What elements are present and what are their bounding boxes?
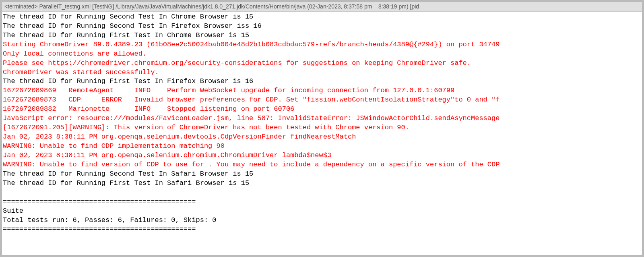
console-line: The thread ID for Running Second Test In… bbox=[3, 170, 641, 179]
console-line: Only local connections are allowed. bbox=[3, 50, 641, 59]
console-header: <terminated> ParalleIT_testng.xml [TestN… bbox=[2, 2, 642, 12]
console-line: The thread ID for Running Second Test In… bbox=[3, 22, 641, 31]
console-line: The thread ID for Running First Test In … bbox=[3, 31, 641, 40]
console-line bbox=[3, 188, 641, 197]
console-line: The thread ID for Running First Test In … bbox=[3, 77, 641, 86]
console-line: Please see https://chromedriver.chromium… bbox=[3, 59, 641, 68]
console-output[interactable]: The thread ID for Running Second Test In… bbox=[2, 12, 642, 235]
console-line: Jan 02, 2023 8:38:11 PM org.openqa.selen… bbox=[3, 133, 641, 142]
console-line: 1672672089869 RemoteAgent INFO Perform W… bbox=[3, 86, 641, 95]
console-line: The thread ID for Running First Test In … bbox=[3, 179, 641, 188]
console-line: Suite bbox=[3, 207, 641, 216]
console-line: WARNING: Unable to find CDP implementati… bbox=[3, 142, 641, 151]
console-line: ChromeDriver was started successfully. bbox=[3, 68, 641, 77]
console-line: [1672672091.205][WARNING]: This version … bbox=[3, 123, 641, 133]
console-line: JavaScript error: resource:///modules/Fa… bbox=[3, 114, 641, 123]
console-line: Total tests run: 6, Passes: 6, Failures:… bbox=[3, 216, 641, 225]
console-line: 1672672089882 Marionette INFO Stopped li… bbox=[3, 105, 641, 114]
console-line: ========================================… bbox=[3, 197, 641, 207]
console-view: <terminated> ParalleIT_testng.xml [TestN… bbox=[2, 2, 642, 255]
console-line: The thread ID for Running Second Test In… bbox=[3, 12, 641, 22]
console-line: Starting ChromeDriver 89.0.4389.23 (61b0… bbox=[3, 40, 641, 50]
console-line: WARNING: Unable to find version of CDP t… bbox=[3, 160, 641, 170]
console-launch-title: <terminated> ParalleIT_testng.xml [TestN… bbox=[4, 3, 419, 10]
console-line: Jan 02, 2023 8:38:11 PM org.openqa.selen… bbox=[3, 151, 641, 160]
console-line: 1672672089873 CDP ERROR Invalid browser … bbox=[3, 95, 641, 105]
console-line: ========================================… bbox=[3, 225, 641, 234]
